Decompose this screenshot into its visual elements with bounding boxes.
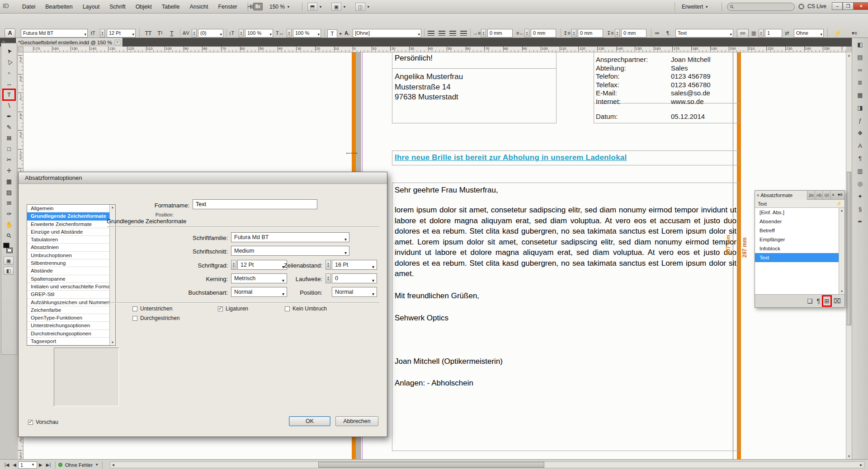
zoom-tool[interactable]: ⚲ [3,230,15,241]
tab-absatzformate[interactable]: ≡ Absatzformate [755,191,807,200]
justify-icon[interactable] [460,31,467,36]
font-size-stepper[interactable] [100,29,105,38]
kein-umbruch-checkbox[interactable]: Kein Umbruch [285,306,327,312]
clipped-tab[interactable]: Ab [816,191,823,200]
new-style-group-button[interactable]: ❏ [807,297,813,305]
layers-panel-icon[interactable]: ▤ [855,52,866,62]
horizontal-scroll-thumb[interactable] [318,462,544,468]
schriftfamilie-select[interactable]: Futura Md BT [231,232,349,242]
quick-apply-icon[interactable]: ⚡ [834,29,841,38]
vertical-scroll-thumb[interactable] [847,172,851,325]
hand-tool[interactable]: ✋ [3,220,15,230]
minimize-button[interactable]: – [832,2,843,10]
dialog-title-bar[interactable]: Absatzformatoptionen [19,172,387,184]
stroke-panel-icon[interactable]: ≣ [855,78,866,87]
style-item[interactable]: Text [755,253,844,262]
character-style-select[interactable]: [Ohne] [353,29,421,38]
scroll-up-icon[interactable]: ▲ [846,52,852,58]
laufweite-select[interactable]: 0 [332,273,377,283]
style-item[interactable]: [Einf. Abs.] [755,208,844,217]
last-page-button[interactable]: ▶| [44,462,52,467]
dialog-section-item[interactable]: GREP-Stil [27,291,115,298]
vertical-scale-select[interactable]: 100 % [245,29,273,38]
scroll-down-icon[interactable]: ▼ [110,340,115,345]
cancel-button[interactable]: Abbrechen [335,416,378,426]
columns-stepper[interactable] [759,29,764,38]
styles-scrollbar[interactable]: ▲ ▼ [839,208,844,294]
zeilenabstand-stepper[interactable] [326,260,331,270]
links-panel-icon[interactable]: ∞ [855,65,866,75]
pencil-tool[interactable]: ✎ [3,122,15,132]
space-after-field[interactable]: 0 mm [621,29,646,38]
object-styles-panel-icon[interactable]: ✦ [855,192,866,201]
arrange-documents-icon[interactable]: ◫▼ [355,3,370,11]
dialog-section-item[interactable]: Initialen und verschachtelte Formate [27,283,115,291]
view-options-icon[interactable]: ⬒▼ [307,3,322,11]
gradient-panel-icon[interactable]: ◨ [855,103,866,113]
kerning-stepper[interactable] [192,29,197,38]
recipient-text-frame[interactable]: Persönlich! Angelika MusterfrauMusterstr… [392,52,557,123]
create-new-style-button[interactable]: ⊞ [824,297,830,305]
glyphs-panel-icon[interactable]: § [855,204,866,214]
free-transform-tool[interactable]: ✛ [3,165,15,176]
vertical-scrollbar[interactable]: ▲ ▼ [846,52,852,459]
dialog-section-item[interactable]: OpenType-Funktionen [27,314,115,322]
rectangle-frame-tool[interactable]: ⊠ [3,133,15,143]
page-tool[interactable]: ▫ [3,68,15,78]
style-item[interactable]: Infoblock [755,244,844,253]
subject-text-frame[interactable]: Ihre neue Brille ist bereit zur Abholung… [392,150,739,165]
first-page-button[interactable]: |◀ [3,462,11,467]
style-item[interactable]: Betreff [755,226,844,235]
menu-item[interactable]: Datei [17,0,40,14]
dialog-section-item[interactable]: Durchstreichungsoptionen [27,330,115,338]
scroll-down-icon[interactable]: ▼ [839,289,844,294]
scissors-tool[interactable]: ✂ [3,155,15,165]
vertical-scale-stepper[interactable] [239,29,244,38]
indent-left-stepper[interactable] [481,29,486,38]
tab-overflow-icon[interactable]: » [832,192,835,197]
menu-item[interactable]: Tabelle [157,0,185,14]
delete-style-button[interactable]: ⌧ [834,297,841,305]
table-panel-icon[interactable]: ▥ [855,166,866,176]
space-after-stepper[interactable] [615,29,620,38]
font-family-select[interactable]: Futura Md BT [21,29,88,38]
panel-menu-icon[interactable]: ▾≡ [838,192,843,197]
info-panel-icon[interactable]: ◎ [855,179,866,188]
columns-field[interactable]: 1 [765,29,782,38]
schriftschnitt-select[interactable]: Medium [231,246,349,256]
scroll-up-icon[interactable]: ▲ [839,208,844,213]
space-before-stepper[interactable] [571,29,576,38]
font-size-select[interactable]: 12 Pt [107,29,136,38]
indent-right-stepper[interactable] [524,29,529,38]
note-tool[interactable]: ✉ [3,198,15,208]
current-style-row[interactable]: Text ⚡ [755,200,844,208]
dialog-section-item[interactable]: Erweiterte Zeichenformate [27,221,115,228]
pages-panel-icon[interactable]: ◧ [855,40,866,49]
style-item[interactable]: Empfänger [755,235,844,244]
menu-item[interactable]: Layout [78,0,105,14]
close-button[interactable]: × [854,2,868,10]
gradient-tool[interactable]: ▦ [3,176,15,187]
page-number-field[interactable]: 1 ▼ [18,461,37,469]
durchgestrichen-checkbox[interactable]: Durchgestrichen [132,315,179,321]
effects-panel-icon[interactable]: ƒ [855,116,866,125]
search-input[interactable]: ⚲ [727,3,795,11]
dialog-section-item[interactable]: Silbentrennung [27,259,115,267]
close-icon[interactable]: × [115,40,120,45]
normal-view-button[interactable]: ▣ [4,257,14,265]
laufweite-stepper[interactable] [326,273,331,283]
infoblock-text-frame[interactable]: Ansprechpartner: Joan Mitchell Abteilung… [594,52,739,123]
ligaturen-checkbox[interactable]: Ligaturen [218,306,248,312]
paragraph-panel-icon[interactable]: ¶ [855,154,866,163]
body-text-frame[interactable]: Sehr geehrte Frau Musterfrau, lorem ipsu… [392,183,739,451]
align-panel-icon[interactable]: ❖ [855,128,866,138]
paragraph-style-select[interactable]: Text [675,29,733,38]
ok-button[interactable]: OK [289,416,330,426]
character-style-box[interactable]: T [327,29,337,38]
all-caps-icon[interactable]: TT [143,29,154,38]
dialog-section-item[interactable]: Einzüge und Abstände [27,228,115,236]
type-tool[interactable]: T [3,89,15,100]
menu-item[interactable]: Bearbeiten [40,0,77,14]
style-item[interactable]: Absender [755,217,844,226]
dialog-section-item[interactable]: Unterstreichungsoptionen [27,322,115,329]
